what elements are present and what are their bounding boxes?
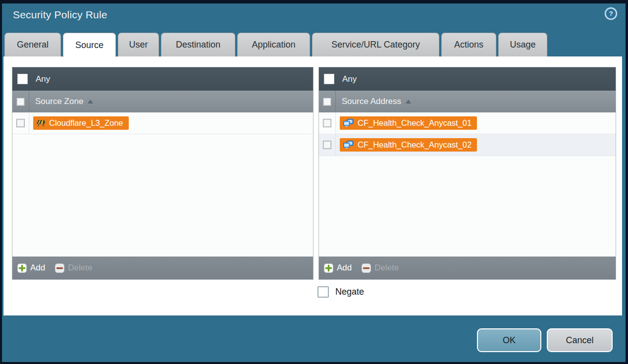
tab-actions[interactable]: Actions [441, 33, 496, 56]
tab-general[interactable]: General [4, 33, 61, 56]
tab-service-url-category[interactable]: Service/URL Category [312, 33, 439, 56]
source-zone-any-bar: Any [12, 67, 313, 91]
table-row: Cloudflare_L3_Zone [12, 112, 313, 134]
negate-label: Negate [335, 287, 364, 297]
tab-user[interactable]: User [118, 33, 159, 56]
source-zone-add-label: Add [30, 263, 45, 273]
row-checkbox[interactable] [323, 141, 331, 149]
cancel-button[interactable]: Cancel [547, 328, 613, 352]
source-address-header-label: Source Address [342, 97, 401, 106]
window-frame: Security Policy Rule ? General Source Us… [0, 0, 628, 364]
source-address-select-all-checkbox[interactable] [323, 98, 331, 106]
source-zone-delete-label: Delete [68, 263, 92, 273]
table-row: CF_Health_Check_Anycast_02 [319, 134, 616, 156]
source-zone-list: Cloudflare_L3_Zone [12, 112, 313, 257]
source-address-any-bar: Any [319, 67, 616, 91]
tab-application[interactable]: Application [237, 33, 310, 56]
source-zone-any-checkbox[interactable] [17, 74, 28, 84]
source-address-panel: Any Source Address [318, 67, 616, 280]
source-zone-any-label: Any [36, 74, 50, 84]
ok-button[interactable]: OK [477, 328, 541, 352]
source-zone-column-header[interactable]: Source Zone [12, 91, 313, 112]
source-address-delete-button[interactable]: Delete [362, 263, 399, 273]
plus-icon [324, 263, 333, 273]
minus-icon [55, 263, 64, 273]
negate-checkbox[interactable] [317, 286, 329, 298]
sort-asc-icon [88, 100, 93, 104]
tab-usage[interactable]: Usage [498, 33, 547, 56]
zone-icon [37, 119, 45, 127]
row-checkbox[interactable] [16, 119, 25, 127]
tab-bar: General Source User Destination Applicat… [4, 33, 547, 56]
table-row: CF_Health_Check_Anycast_01 [319, 112, 616, 134]
tab-content-source: Any Source Zone [3, 56, 622, 315]
source-address-any-checkbox[interactable] [324, 74, 334, 84]
address-icon [343, 141, 354, 149]
source-address-add-button[interactable]: Add [324, 263, 352, 273]
row-checkbox[interactable] [323, 119, 331, 127]
negate-row: Negate [317, 286, 364, 298]
source-zone-toolbar: Add Delete [12, 257, 313, 279]
source-address-column-header[interactable]: Source Address [319, 91, 616, 112]
tab-destination[interactable]: Destination [161, 33, 235, 56]
security-policy-rule-dialog: Security Policy Rule ? General Source Us… [2, 3, 626, 362]
source-zone-add-button[interactable]: Add [17, 263, 45, 273]
minus-icon [362, 263, 371, 273]
source-address-entry-label: CF_Health_Check_Anycast_02 [358, 140, 471, 150]
source-zone-select-all-checkbox[interactable] [16, 98, 25, 106]
source-zone-panel: Any Source Zone [12, 67, 314, 280]
tab-source[interactable]: Source [63, 33, 116, 57]
source-zone-entry[interactable]: Cloudflare_L3_Zone [33, 116, 129, 130]
source-address-entry-1[interactable]: CF_Health_Check_Anycast_01 [340, 116, 477, 130]
sort-asc-icon [406, 100, 411, 104]
source-address-entry-2[interactable]: CF_Health_Check_Anycast_02 [340, 138, 477, 152]
source-address-entry-label: CF_Health_Check_Anycast_01 [358, 118, 471, 128]
address-icon [343, 119, 354, 127]
dialog-title: Security Policy Rule [13, 9, 107, 21]
svg-text:?: ? [609, 10, 613, 17]
source-zone-delete-button[interactable]: Delete [55, 263, 92, 273]
help-icon[interactable]: ? [604, 7, 618, 20]
source-address-delete-label: Delete [374, 263, 399, 273]
source-zone-header-label: Source Zone [35, 97, 83, 106]
source-zone-entry-label: Cloudflare_L3_Zone [49, 118, 123, 128]
source-address-any-label: Any [342, 74, 357, 84]
source-address-add-label: Add [337, 263, 352, 273]
plus-icon [17, 263, 27, 273]
source-address-list: CF_Health_Check_Anycast_01 [319, 112, 616, 257]
source-address-toolbar: Add Delete [319, 257, 616, 279]
